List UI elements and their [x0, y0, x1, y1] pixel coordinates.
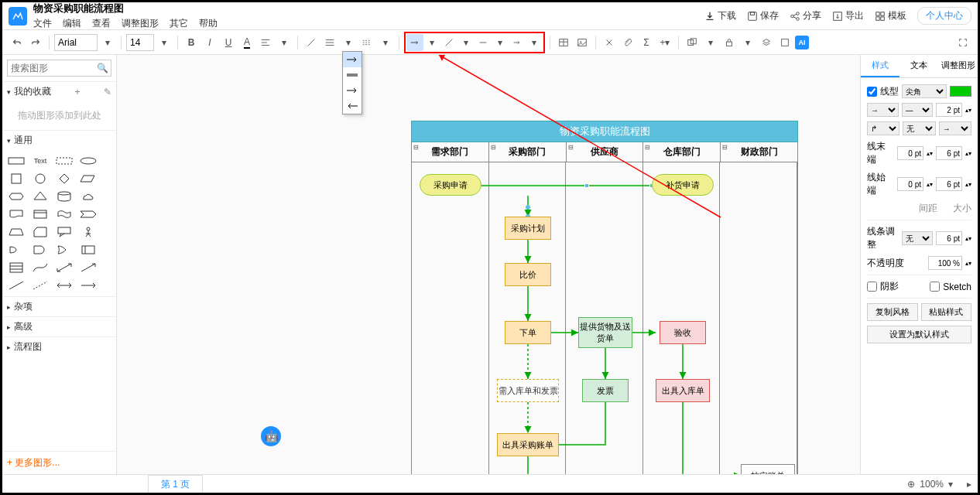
node-compare[interactable]: 比价: [505, 263, 551, 286]
lock-button[interactable]: [721, 34, 738, 51]
line-color-swatch[interactable]: [950, 86, 971, 97]
shape-rect-thin[interactable]: [5, 153, 27, 169]
advanced-section[interactable]: ▸高级: [2, 316, 116, 336]
general-section[interactable]: ▾ 通用: [2, 130, 116, 150]
line-end-size-input[interactable]: [936, 146, 962, 160]
col-warehouse[interactable]: ⊟仓库部门: [643, 142, 721, 162]
sketch-checkbox[interactable]: [930, 282, 940, 292]
line-adjust-input[interactable]: [936, 231, 962, 245]
waypoint-option-back[interactable]: [343, 98, 362, 114]
shape-square[interactable]: [5, 171, 27, 186]
group-button[interactable]: [684, 34, 701, 51]
swimlane-body[interactable]: 采购申请 补货申请 采购计划 比价 下单 提供货物及送货单 验收 需入库单和发票…: [411, 162, 798, 474]
linestart-dropdown-icon[interactable]: ▾: [492, 34, 509, 51]
connection-button[interactable]: [440, 34, 457, 51]
lineend-dropdown-icon[interactable]: ▾: [526, 34, 543, 51]
line-style-button[interactable]: [358, 34, 375, 51]
node-purchase-acct[interactable]: 出具采购账单: [497, 433, 559, 456]
assistant-robot-icon[interactable]: 🤖: [261, 426, 281, 446]
menu-help[interactable]: 帮助: [199, 17, 218, 30]
more-shapes-button[interactable]: + 更多图形...: [2, 451, 116, 474]
col-supplier[interactable]: ⊟供应商: [567, 142, 644, 162]
search-icon[interactable]: 🔍: [97, 63, 108, 73]
node-stock-in[interactable]: 出具入库单: [656, 379, 710, 402]
template-button[interactable]: 模板: [875, 9, 906, 22]
shape-or[interactable]: [53, 242, 75, 258]
line-none-select[interactable]: 无: [903, 121, 935, 135]
fontsize-dropdown-icon[interactable]: ▾: [156, 34, 173, 51]
shape-link-arrow[interactable]: [77, 278, 99, 293]
node-restock-req[interactable]: 补货申请: [652, 174, 714, 196]
shadow-checkbox[interactable]: [867, 282, 877, 292]
waypoint-option-open[interactable]: [343, 83, 362, 98]
flowchart-title[interactable]: 物资采购职能流程图: [411, 121, 798, 142]
shape-link-biarrow[interactable]: [53, 278, 75, 293]
shape-trapezoid[interactable]: [5, 224, 27, 240]
shape-triangle[interactable]: [29, 189, 51, 204]
node-invoice[interactable]: 发票: [582, 379, 629, 402]
col-finance[interactable]: ⊟财政部门: [721, 142, 797, 162]
shape-arrow-thin[interactable]: [77, 260, 99, 275]
node-verify-acct[interactable]: 核实账单: [741, 464, 795, 474]
plus-button[interactable]: +▾: [656, 34, 673, 51]
col-purchase[interactable]: ⊟采购部门: [489, 142, 567, 162]
shape-diamond[interactable]: [53, 171, 75, 186]
shape-circle[interactable]: [29, 171, 51, 186]
fill-color-button[interactable]: [321, 34, 338, 51]
document-title[interactable]: 物资采购职能流程图: [33, 2, 218, 15]
line-end-button[interactable]: [509, 34, 526, 51]
page-tab[interactable]: 第 1 页: [148, 475, 203, 493]
group-dropdown-icon[interactable]: ▾: [702, 34, 719, 51]
shape-hexagon[interactable]: [5, 189, 27, 204]
waypoint-button[interactable]: [406, 34, 423, 51]
redo-button[interactable]: [27, 34, 44, 51]
shape-and[interactable]: [29, 242, 51, 258]
clear-format-button[interactable]: [601, 34, 618, 51]
layers-button[interactable]: [758, 34, 775, 51]
download-button[interactable]: 下载: [704, 9, 736, 22]
menu-view[interactable]: 查看: [92, 17, 111, 30]
line-start-spacing-input[interactable]: [897, 177, 923, 191]
personal-center-button[interactable]: 个人中心: [917, 7, 971, 25]
shape-storage[interactable]: [29, 207, 51, 222]
node-need-inv[interactable]: 需入库单和发票: [497, 379, 559, 402]
font-color-button[interactable]: A: [238, 34, 255, 51]
save-button[interactable]: 保存: [747, 9, 779, 22]
shape-dashline[interactable]: [29, 278, 51, 293]
set-default-button[interactable]: 设置为默认样式: [867, 326, 971, 343]
shape-halfcircle[interactable]: [5, 242, 27, 258]
copy-style-button[interactable]: 复制风格: [867, 303, 918, 321]
image-button[interactable]: [574, 34, 591, 51]
shape-actor[interactable]: [77, 224, 99, 240]
line-dash-select[interactable]: —: [902, 103, 934, 117]
linestyle-dropdown-icon[interactable]: ▾: [377, 34, 394, 51]
waypoint-dropdown-icon[interactable]: ▾: [423, 34, 440, 51]
italic-button[interactable]: I: [201, 34, 218, 51]
shape-section[interactable]: [53, 153, 75, 169]
shape-datastore[interactable]: [77, 242, 99, 258]
crop-button[interactable]: [776, 34, 793, 51]
tab-text[interactable]: 文本: [899, 55, 938, 77]
font-dropdown-icon[interactable]: ▾: [99, 34, 116, 51]
line-adjust-select[interactable]: 无: [902, 231, 933, 245]
shape-list[interactable]: [5, 260, 27, 275]
zoom-value[interactable]: 100%: [920, 479, 944, 490]
font-size-select[interactable]: [126, 34, 154, 51]
opacity-input[interactable]: [928, 256, 962, 270]
share-button[interactable]: 分享: [790, 9, 821, 22]
font-name-select[interactable]: [54, 34, 98, 51]
col-demand[interactable]: ⊟需求部门: [412, 142, 489, 162]
corner-select[interactable]: 尖角: [902, 84, 947, 98]
shape-parallelogram[interactable]: [77, 171, 99, 186]
favorites-section[interactable]: ▾ 我的收藏 + ✎: [2, 81, 116, 101]
undo-button[interactable]: [9, 34, 26, 51]
stepper-icon[interactable]: ▴▾: [965, 107, 971, 114]
node-purchase-plan[interactable]: 采购计划: [505, 217, 551, 240]
line-type-checkbox[interactable]: [867, 87, 877, 97]
waypoint-option-double[interactable]: [343, 67, 362, 83]
shape-line[interactable]: [5, 278, 27, 293]
shape-step[interactable]: [77, 207, 99, 222]
menu-extras[interactable]: 其它: [170, 17, 188, 30]
flowchart-section[interactable]: ▸流程图: [2, 336, 116, 357]
shape-document[interactable]: [5, 207, 27, 222]
